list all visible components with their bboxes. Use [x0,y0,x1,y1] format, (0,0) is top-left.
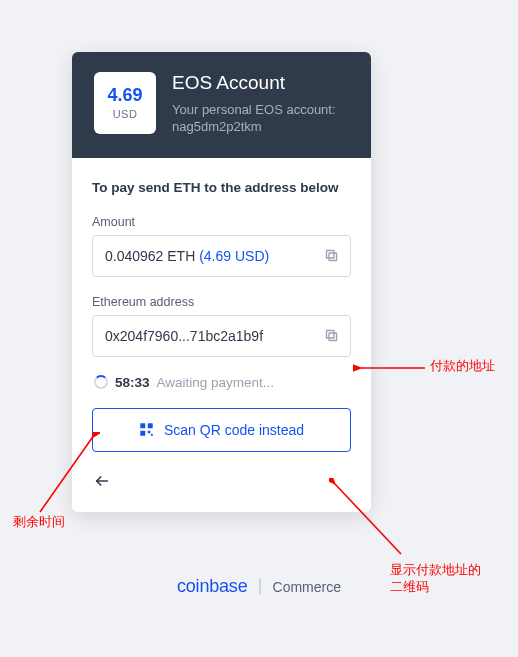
copy-icon [324,248,339,263]
price-currency: USD [113,108,138,120]
qr-icon [139,422,154,437]
annotation-timer: 剩余时间 [13,514,65,531]
coinbase-logo: coinbase [177,576,247,596]
annotation-arrow [353,363,427,375]
svg-rect-4 [140,424,145,429]
annotation-arrow [34,432,100,518]
commerce-label: Commerce [273,579,341,595]
spinner-icon [94,375,108,389]
svg-rect-0 [329,253,337,261]
footer-separator: | [258,577,262,594]
countdown-timer: 58:33 [115,375,150,390]
status-text: Awaiting payment... [157,375,275,390]
annotation-arrow [329,478,409,560]
svg-rect-7 [148,431,151,434]
amount-label: Amount [92,215,351,229]
svg-rect-1 [326,251,334,259]
product-subtitle: Your personal EOS account: nag5dm2p2tkm [172,101,349,136]
amount-value: 0.040962 ETH [105,248,199,264]
copy-icon [324,328,339,343]
address-field[interactable]: 0x204f7960...71bc2a1b9f [92,315,351,357]
product-title: EOS Account [172,72,349,95]
address-label: Ethereum address [92,295,351,309]
amount-usd: (4.69 USD) [199,248,269,264]
copy-amount-button[interactable] [320,245,342,267]
svg-rect-5 [148,424,153,429]
scan-qr-label: Scan QR code instead [164,422,304,438]
status-row: 58:33 Awaiting payment... [92,375,351,390]
svg-rect-8 [151,434,153,436]
card-header: 4.69 USD EOS Account Your personal EOS a… [72,52,371,158]
scan-qr-button[interactable]: Scan QR code instead [92,408,351,452]
copy-address-button[interactable] [320,325,342,347]
annotation-address: 付款的地址 [430,358,495,375]
svg-line-15 [335,484,401,554]
header-text: EOS Account Your personal EOS account: n… [172,72,349,136]
amount-field[interactable]: 0.040962 ETH (4.69 USD) [92,235,351,277]
svg-rect-2 [329,333,337,341]
address-value: 0x204f7960...71bc2a1b9f [105,328,263,344]
payment-card: 4.69 USD EOS Account Your personal EOS a… [72,52,371,512]
svg-rect-3 [326,331,334,339]
annotation-qr: 显示付款地址的 二维码 [390,562,481,596]
svg-rect-6 [140,431,145,436]
svg-line-13 [40,438,92,512]
price-amount: 4.69 [107,86,142,104]
price-box: 4.69 USD [94,72,156,134]
pay-instruction: To pay send ETH to the address below [92,180,351,195]
card-body: To pay send ETH to the address below Amo… [72,158,371,512]
